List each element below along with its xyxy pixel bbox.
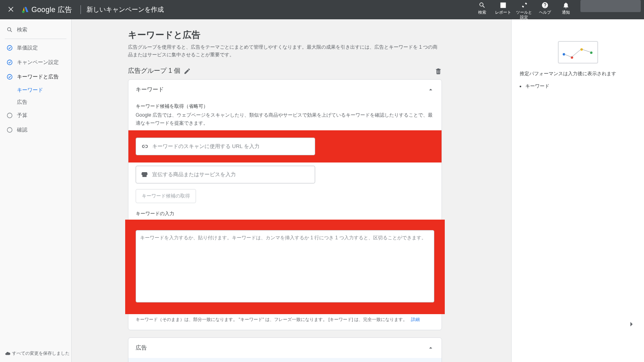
url-input[interactable] <box>152 143 310 149</box>
circle-icon <box>6 112 13 119</box>
autosave-status: すべての変更を保存しました <box>5 350 70 356</box>
main-content: キーワードと広告 広告グループを使用すると、広告をテーマごとにまとめて管理しやす… <box>72 19 511 362</box>
header-search-button[interactable]: 検索 <box>472 0 493 15</box>
svg-point-8 <box>7 113 12 118</box>
app-header: Google 広告 新しいキャンペーンを作成 検索 レポート ツールと 設定 ヘ… <box>0 0 644 19</box>
step-sidebar: 検索 単価設定 キャンペーン設定 キーワードと広告 キーワード 広告 予算 確認… <box>0 19 72 362</box>
header-divider <box>80 5 81 14</box>
header-notification-button[interactable]: 通知 <box>555 0 576 15</box>
kw-suggest-description: Google 広告では、ウェブページをスキャンしたり、類似する商品やサービスで効… <box>136 111 434 127</box>
link-icon <box>141 143 148 150</box>
chevron-right-icon <box>627 320 636 329</box>
header-report-button[interactable]: レポート <box>493 0 514 15</box>
check-circle-icon <box>6 59 13 66</box>
sidebar-item-confirm[interactable]: 確認 <box>0 123 71 137</box>
panel-next-button[interactable] <box>627 320 636 330</box>
wrench-icon <box>520 2 528 9</box>
match-type-note: キーワード（そのまま）は、部分一致になります。 "キーワード" は、フレーズ一致… <box>136 317 434 323</box>
svg-point-3 <box>8 28 11 31</box>
keywords-textarea[interactable] <box>136 230 434 302</box>
get-suggestions-button[interactable]: キーワード候補の取得 <box>136 189 196 203</box>
brand-logo: Google 広告 <box>19 5 75 14</box>
header-search-field[interactable] <box>580 0 641 12</box>
pencil-icon[interactable] <box>184 68 191 75</box>
close-button[interactable] <box>3 6 19 13</box>
help-icon <box>541 2 549 9</box>
page-title: 新しいキャンペーンを作成 <box>87 6 164 14</box>
performance-panel: 推定パフォーマンスは入力後に表示されます キーワード <box>511 19 644 362</box>
sidebar-item-budget[interactable]: 予算 <box>0 108 71 123</box>
cloud-icon <box>5 351 10 356</box>
svg-point-9 <box>7 128 12 132</box>
bell-icon <box>562 2 570 9</box>
svg-point-5 <box>7 45 12 50</box>
section-heading: キーワードと広告 <box>128 29 479 41</box>
sidebar-sub-ads[interactable]: 広告 <box>0 96 71 108</box>
sidebar-sub-keywords[interactable]: キーワード <box>0 84 71 96</box>
svg-line-4 <box>10 31 12 32</box>
textarea-highlight-box <box>125 220 445 314</box>
check-circle-icon <box>6 45 13 51</box>
header-help-button[interactable]: ヘルプ <box>535 0 555 15</box>
close-icon <box>8 6 15 13</box>
check-circle-icon <box>6 74 13 80</box>
search-icon <box>479 2 486 9</box>
header-tools: 検索 レポート ツールと 設定 ヘルプ 通知 <box>472 0 641 20</box>
url-input-wrapper <box>136 138 315 155</box>
product-input-wrapper <box>136 166 315 183</box>
performance-chart-placeholder <box>558 41 598 64</box>
storefront-icon <box>141 171 148 178</box>
keywords-card: キーワード キーワード候補を取得（省略可） Google 広告では、ウェブページ… <box>128 79 442 330</box>
kw-suggest-heading: キーワード候補を取得（省略可） <box>136 103 434 110</box>
kw-entry-label: キーワードの入力 <box>136 210 434 217</box>
ad-tips-panel: 広告見出しを追加しましょう 候補を表示 人気のあるキーワードを追加しましょう 候… <box>128 358 442 362</box>
svg-point-6 <box>7 60 12 65</box>
sidebar-item-bid[interactable]: 単価設定 <box>0 41 71 55</box>
match-detail-link[interactable]: 詳細 <box>411 317 420 322</box>
report-icon <box>500 2 507 9</box>
trash-icon[interactable] <box>435 68 442 75</box>
sidebar-item-campaign[interactable]: キャンペーン設定 <box>0 55 71 70</box>
product-input[interactable] <box>152 171 310 177</box>
performance-message: 推定パフォーマンスは入力後に表示されます <box>520 70 636 77</box>
adgroup-label: 広告グループ 1 個 <box>128 67 180 75</box>
header-tools-button[interactable]: ツールと 設定 <box>514 0 535 20</box>
sidebar-item-keywords-ads[interactable]: キーワードと広告 <box>0 70 71 84</box>
url-highlight-box <box>128 130 442 162</box>
ads-card-header[interactable]: 広告 <box>128 338 442 358</box>
svg-point-2 <box>22 10 25 13</box>
magnifier-icon <box>6 27 13 33</box>
chevron-up-icon <box>427 86 434 93</box>
ads-logo-icon <box>22 6 29 13</box>
section-subtitle: 広告グループを使用すると、広告をテーマごとにまとめて管理しやすくなります。最大限… <box>128 43 442 59</box>
chevron-up-icon <box>427 344 434 352</box>
keywords-card-header[interactable]: キーワード <box>128 80 442 100</box>
adgroup-header: 広告グループ 1 個 <box>128 67 442 75</box>
svg-point-7 <box>7 74 12 79</box>
brand-text: Google 広告 <box>31 5 72 14</box>
ads-card: 広告 広告見出しを追加しましょう 候補を表示 人気のあるキーワードを追加しましょ… <box>128 337 442 362</box>
svg-marker-1 <box>25 7 29 12</box>
circle-icon <box>6 127 13 133</box>
performance-list-item: キーワード <box>525 83 636 90</box>
sidebar-item-search[interactable]: 検索 <box>0 23 71 37</box>
